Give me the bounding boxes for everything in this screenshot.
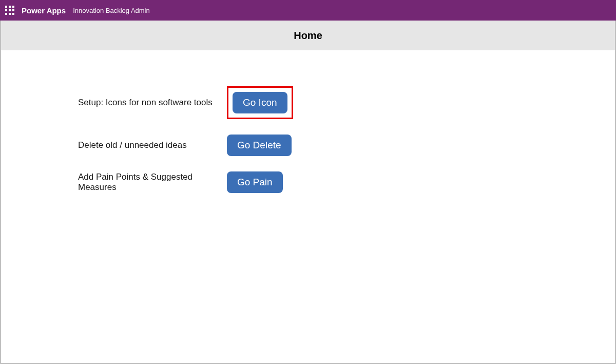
- row-setup-icons: Setup: Icons for non software tools Go I…: [78, 86, 615, 119]
- page-title: Home: [294, 30, 322, 42]
- app-header: Power Apps Innovation Backlog Admin: [0, 0, 616, 21]
- page-titlebar: Home: [1, 21, 615, 50]
- canvas-frame: Home Setup: Icons for non software tools…: [0, 21, 616, 364]
- waffle-icon[interactable]: [5, 6, 14, 15]
- label-pain-points: Add Pain Points & Suggested Measures: [78, 172, 227, 193]
- label-delete-ideas: Delete old / unneeded ideas: [78, 140, 227, 150]
- row-pain-points: Add Pain Points & Suggested Measures Go …: [78, 171, 615, 193]
- row-delete-ideas: Delete old / unneeded ideas Go Delete: [78, 135, 615, 156]
- go-delete-button[interactable]: Go Delete: [227, 135, 292, 156]
- header-brand[interactable]: Power Apps: [22, 6, 66, 15]
- highlight-box: Go Icon: [227, 86, 293, 119]
- header-app-name: Innovation Backlog Admin: [73, 7, 150, 14]
- go-pain-button[interactable]: Go Pain: [227, 171, 283, 193]
- label-setup-icons: Setup: Icons for non software tools: [78, 98, 227, 108]
- content-area: Setup: Icons for non software tools Go I…: [1, 50, 615, 193]
- go-icon-button[interactable]: Go Icon: [233, 92, 287, 113]
